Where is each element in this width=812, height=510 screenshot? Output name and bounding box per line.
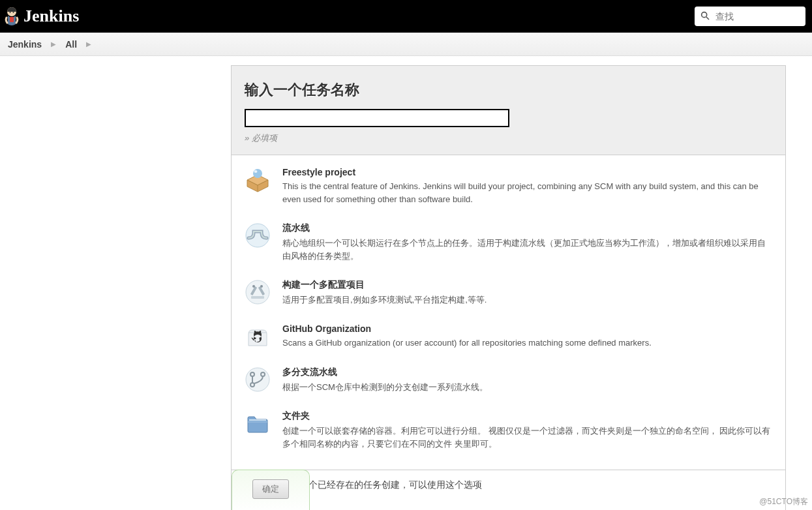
item-name-input[interactable] xyxy=(245,109,509,127)
svg-point-1 xyxy=(10,12,11,13)
svg-point-4 xyxy=(702,12,707,17)
breadcrumb: Jenkins ▶ All ▶ xyxy=(0,33,812,56)
svg-point-9 xyxy=(246,224,269,247)
svg-point-2 xyxy=(13,12,14,13)
svg-point-10 xyxy=(246,280,269,304)
multiconfig-icon xyxy=(245,279,271,305)
svg-point-7 xyxy=(253,169,262,178)
item-desc: Scans a GitHub organization (or user acc… xyxy=(282,337,772,350)
copy-panel: 确定 如果你想根据一个已经存在的任务创建，可以使用这个选项 复制 xyxy=(231,470,786,510)
item-type-multibranch[interactable]: 多分支流水线 根据一个SCM仓库中检测到的分支创建一系列流水线。 xyxy=(245,367,772,394)
search-icon xyxy=(700,10,710,23)
item-title: 构建一个多配置项目 xyxy=(282,279,772,291)
jenkins-logo-icon xyxy=(4,6,20,27)
github-icon xyxy=(245,323,271,350)
svg-rect-3 xyxy=(10,17,14,22)
item-title: 文件夹 xyxy=(282,410,772,422)
pipeline-icon xyxy=(245,222,271,248)
logo[interactable]: Jenkins xyxy=(4,6,79,27)
item-type-folder[interactable]: 文件夹 创建一个可以嵌套存储的容器。利用它可以进行分组。 视图仅仅是一个过滤器，… xyxy=(245,410,772,450)
freestyle-icon xyxy=(245,167,271,193)
copy-description: 如果你想根据一个已经存在的任务创建，可以使用这个选项 xyxy=(245,479,772,491)
multibranch-icon xyxy=(245,367,271,393)
top-header: Jenkins xyxy=(0,0,812,33)
item-title: Freestyle project xyxy=(282,167,772,177)
item-title: 流水线 xyxy=(282,222,772,234)
item-title: GitHub Organization xyxy=(282,323,772,334)
name-panel: 输入一个任务名称 必填项 xyxy=(231,65,786,155)
item-desc: 适用于多配置项目,例如多环境测试,平台指定构建,等等. xyxy=(282,293,772,307)
breadcrumb-item-jenkins[interactable]: Jenkins xyxy=(8,39,42,50)
ok-button[interactable]: 确定 xyxy=(252,479,289,499)
item-type-multiconfig[interactable]: 构建一个多配置项目 适用于多配置项目,例如多环境测试,平台指定构建,等等. xyxy=(245,279,772,307)
folder-icon xyxy=(245,410,271,436)
item-desc: 根据一个SCM仓库中检测到的分支创建一系列流水线。 xyxy=(282,381,772,394)
svg-line-5 xyxy=(706,17,709,20)
item-desc: 精心地组织一个可以长期运行在多个节点上的任务。适用于构建流水线（更加正式地应当称… xyxy=(282,237,772,262)
svg-point-14 xyxy=(260,285,263,288)
page-title: 输入一个任务名称 xyxy=(245,80,772,100)
required-note: 必填项 xyxy=(245,132,772,144)
item-type-freestyle[interactable]: Freestyle project This is the central fe… xyxy=(245,167,772,205)
watermark: @51CTO博客 xyxy=(759,496,808,507)
svg-rect-15 xyxy=(251,296,264,299)
svg-point-13 xyxy=(252,285,255,288)
ok-tab: 确定 xyxy=(232,470,310,510)
search-input[interactable] xyxy=(715,11,800,22)
item-title: 多分支流水线 xyxy=(282,367,772,378)
item-desc: This is the central feature of Jenkins. … xyxy=(282,180,772,205)
svg-point-8 xyxy=(254,170,258,173)
item-desc: 创建一个可以嵌套存储的容器。利用它可以进行分组。 视图仅仅是一个过滤器，而文件夹… xyxy=(282,425,772,450)
main-content: 输入一个任务名称 必填项 Freestyle project This is t… xyxy=(231,65,786,510)
chevron-right-icon: ▶ xyxy=(86,40,91,48)
chevron-right-icon: ▶ xyxy=(51,40,56,48)
item-type-github-org[interactable]: GitHub Organization Scans a GitHub organ… xyxy=(245,323,772,350)
breadcrumb-item-all[interactable]: All xyxy=(65,39,77,50)
svg-point-16 xyxy=(246,368,269,391)
logo-text: Jenkins xyxy=(23,7,79,26)
item-type-list: Freestyle project This is the central fe… xyxy=(231,155,786,470)
item-type-pipeline[interactable]: 流水线 精心地组织一个可以长期运行在多个节点上的任务。适用于构建流水线（更加正式… xyxy=(245,222,772,262)
search-box[interactable] xyxy=(695,7,805,26)
